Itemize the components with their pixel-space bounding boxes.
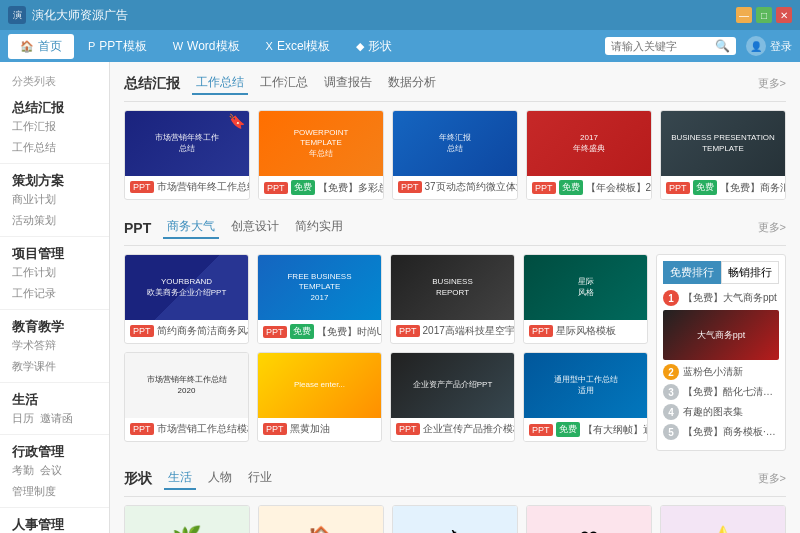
sidebar-cat-策划方案[interactable]: 策划方案商业计划活动策划: [0, 166, 109, 234]
shape-section: 形状 生活 人物 行业 更多> 🌿 形状图标 🏠 形状图标 ✈ 形状图标 ❤ 形…: [124, 467, 786, 533]
card-thumbnail: 通用型中工作总结适用: [524, 353, 647, 418]
rank-item-2[interactable]: 2 蓝粉色小清新: [663, 364, 779, 380]
tab-industry[interactable]: 行业: [244, 467, 276, 490]
app-icon: 演: [8, 6, 26, 24]
sidebar-divider: [0, 163, 109, 164]
card-label: PPT 免费 【免费】时尚UI设计模板: [258, 320, 381, 343]
template-card[interactable]: 2017年终盛典 PPT 免费 【年会模板】2017年终公司...: [526, 110, 652, 200]
sidebar-cat-教育教学[interactable]: 教育教学学术答辩教学课件: [0, 312, 109, 380]
tab-business[interactable]: 商务大气: [163, 216, 219, 239]
rank-item-5[interactable]: 5 【免费】商务模板·红灰: [663, 424, 779, 440]
sidebar-cat-生活[interactable]: 生活日历邀请函: [0, 385, 109, 432]
summary-header: 总结汇报 工作总结 工作汇总 调查报告 数据分析 更多>: [124, 72, 786, 102]
ppt-cards-row1: YOURBRAND欧美商务企业介绍PPT PPT 简约商务简洁商务风格动态宣传模…: [124, 254, 648, 344]
card-label: PPT 37页动态简约微立体汇报总...: [393, 176, 517, 198]
card-thumbnail: 星际风格: [524, 255, 647, 320]
shape-cards: 🌿 形状图标 🏠 形状图标 ✈ 形状图标 ❤ 形状图标 ⭐ 形状图标: [124, 505, 786, 533]
nav-item-PPT模板[interactable]: PPPT模板: [76, 34, 159, 59]
rank-tab-free[interactable]: 免费排行: [663, 261, 721, 284]
template-card[interactable]: 星际风格 PPT 星际风格模板: [523, 254, 648, 344]
sidebar-divider: [0, 434, 109, 435]
sidebar-divider: [0, 507, 109, 508]
card-label: PPT 市场营销年终工作总结内容大...: [125, 176, 249, 198]
close-button[interactable]: ✕: [776, 7, 792, 23]
template-card[interactable]: BUSINESS PRESENTATIONTEMPLATE PPT 免费 【免费…: [660, 110, 786, 200]
nav-items: 🏠首页PPPT模板WWord模板XExcel模板◆形状: [8, 34, 404, 59]
window-controls: — □ ✕: [736, 7, 792, 23]
shape-title: 形状: [124, 470, 152, 488]
tab-simple[interactable]: 简约实用: [291, 216, 347, 239]
card-label: PPT 免费 【年会模板】2017年终公司...: [527, 176, 651, 199]
rank-thumb: 大气商务ppt: [663, 310, 779, 360]
tab-work-report[interactable]: 工作汇总: [256, 72, 312, 95]
sidebar-categories: 总结汇报工作汇报工作总结策划方案商业计划活动策划项目管理工作计划工作记录教育教学…: [0, 93, 109, 533]
template-card[interactable]: 市场营销年终工作总结2020 PPT 市场营销工作总结模板: [124, 352, 249, 442]
summary-more[interactable]: 更多>: [758, 76, 786, 91]
summary-tabs: 工作总结 工作汇总 调查报告 数据分析: [192, 72, 440, 95]
nav-item-Excel模板[interactable]: XExcel模板: [254, 34, 343, 59]
shape-more[interactable]: 更多>: [758, 471, 786, 486]
search-icon[interactable]: 🔍: [715, 39, 730, 53]
ppt-title: PPT: [124, 220, 151, 236]
rank-item-1[interactable]: 1 【免费】大气商务ppt: [663, 290, 779, 306]
card-label: PPT 市场营销工作总结模板: [125, 418, 248, 440]
rank-list: 1 【免费】大气商务ppt大气商务ppt 2 蓝粉色小清新 3 【免费】酷化七清…: [663, 290, 779, 440]
minimize-button[interactable]: —: [736, 7, 752, 23]
sidebar-cat-总结汇报[interactable]: 总结汇报工作汇报工作总结: [0, 93, 109, 161]
shape-tabs: 生活 人物 行业: [164, 467, 276, 490]
nav-item-形状[interactable]: ◆形状: [344, 34, 404, 59]
ppt-ranking: 免费排行 畅销排行 1 【免费】大气商务ppt大气商务ppt 2 蓝粉色小清新 …: [656, 254, 786, 451]
template-card[interactable]: BUSINESSREPORT PPT 2017高端科技星空宇宙商务总结...: [390, 254, 515, 344]
user-icon: 👤: [746, 36, 766, 56]
nav-item-首页[interactable]: 🏠首页: [8, 34, 74, 59]
sidebar-cat-项目管理[interactable]: 项目管理工作计划工作记录: [0, 239, 109, 307]
sidebar-divider: [0, 382, 109, 383]
tab-survey-report[interactable]: 调查报告: [320, 72, 376, 95]
card-label: PPT 企业宣传产品推介模板: [391, 418, 514, 440]
template-card[interactable]: YOURBRAND欧美商务企业介绍PPT PPT 简约商务简洁商务风格动态宣传模…: [124, 254, 249, 344]
card-thumbnail: 企业资产产品介绍PPT: [391, 353, 514, 418]
search-input[interactable]: [611, 40, 711, 52]
card-label: PPT 免费 【有大纲帧】通用型工作总结模板: [524, 418, 647, 441]
rank-tabs: 免费排行 畅销排行: [663, 261, 779, 284]
card-thumbnail: BUSINESS PRESENTATIONTEMPLATE: [661, 111, 785, 176]
card-thumbnail: BUSINESSREPORT: [391, 255, 514, 320]
template-card[interactable]: POWERPOINTTEMPLATE年总结 PPT 免费 【免费】多彩总结模板: [258, 110, 384, 200]
card-thumbnail: 市场营销年终工作总结 🔖: [125, 111, 249, 176]
maximize-button[interactable]: □: [756, 7, 772, 23]
template-card[interactable]: FREE BUSINESSTEMPLATE2017 PPT 免费 【免费】时尚U…: [257, 254, 382, 344]
sidebar-header: 分类列表: [0, 70, 109, 93]
tab-creative[interactable]: 创意设计: [227, 216, 283, 239]
tab-people[interactable]: 人物: [204, 467, 236, 490]
template-card[interactable]: 市场营销年终工作总结 🔖 PPT 市场营销年终工作总结内容大...: [124, 110, 250, 200]
rank-item-3[interactable]: 3 【免费】酷化七清新蓝的...: [663, 384, 779, 400]
main-layout: 分类列表 总结汇报工作汇报工作总结策划方案商业计划活动策划项目管理工作计划工作记…: [0, 62, 800, 533]
login-label[interactable]: 登录: [770, 39, 792, 54]
summary-title: 总结汇报: [124, 75, 180, 93]
shape-card-3[interactable]: ❤ 形状图标: [526, 505, 652, 533]
tab-life[interactable]: 生活: [164, 467, 196, 490]
tab-work-summary[interactable]: 工作总结: [192, 72, 248, 95]
shape-header: 形状 生活 人物 行业 更多>: [124, 467, 786, 497]
search-box: 🔍: [605, 37, 736, 55]
template-card[interactable]: 通用型中工作总结适用 PPT 免费 【有大纲帧】通用型工作总结模板: [523, 352, 648, 442]
summary-section: 总结汇报 工作总结 工作汇总 调查报告 数据分析 更多> 市场营销年终工作总结 …: [124, 72, 786, 200]
tab-data-analysis[interactable]: 数据分析: [384, 72, 440, 95]
shape-card-1[interactable]: 🏠 形状图标: [258, 505, 384, 533]
sidebar-cat-人事管理[interactable]: 人事管理离职转正入职: [0, 510, 109, 533]
shape-card-4[interactable]: ⭐ 形状图标: [660, 505, 786, 533]
rank-tab-bestseller[interactable]: 畅销排行: [721, 261, 779, 284]
ppt-more[interactable]: 更多>: [758, 220, 786, 235]
user-area: 👤 登录: [746, 36, 792, 56]
rank-item-4[interactable]: 4 有趣的图表集: [663, 404, 779, 420]
shape-card-0[interactable]: 🌿 形状图标: [124, 505, 250, 533]
template-card[interactable]: Please enter... PPT 黑黄加油: [257, 352, 382, 442]
shape-card-2[interactable]: ✈ 形状图标: [392, 505, 518, 533]
card-thumbnail: POWERPOINTTEMPLATE年总结: [259, 111, 383, 176]
nav-item-Word模板[interactable]: WWord模板: [161, 34, 252, 59]
template-card[interactable]: 年终汇报总结 PPT 37页动态简约微立体汇报总...: [392, 110, 518, 200]
content-area: 总结汇报 工作总结 工作汇总 调查报告 数据分析 更多> 市场营销年终工作总结 …: [110, 62, 800, 533]
template-card[interactable]: 企业资产产品介绍PPT PPT 企业宣传产品推介模板: [390, 352, 515, 442]
card-label: PPT 免费 【免费】多彩总结模板: [259, 176, 383, 199]
sidebar-cat-行政管理[interactable]: 行政管理考勤会议管理制度: [0, 437, 109, 505]
